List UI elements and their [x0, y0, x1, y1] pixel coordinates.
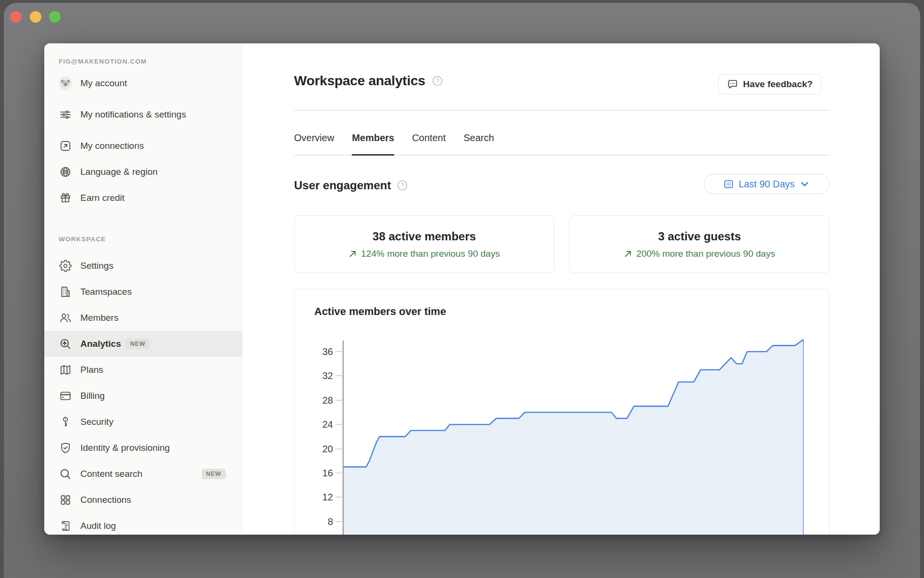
sidebar-item-analytics[interactable]: AnalyticsNEW	[44, 331, 242, 357]
sidebar-item-my-notifications-settings[interactable]: My notifications & settings	[44, 96, 242, 133]
tab-search[interactable]: Search	[463, 128, 494, 156]
arrow-out-box-icon	[59, 139, 72, 153]
sidebar-item-label: Language & region	[80, 166, 197, 178]
y-tick-label-24: 24	[304, 419, 333, 430]
credit-card-icon	[59, 389, 72, 403]
sidebar-item-label: My notifications & settings	[80, 109, 197, 120]
sidebar-item-billing[interactable]: Billing	[44, 383, 242, 409]
y-tick-mark	[335, 351, 342, 352]
sidebar-item-label: Content search	[80, 468, 197, 480]
settings-sidebar: FIG@MAKENOTION.COM My accountMy notifica…	[44, 43, 243, 535]
sidebar-item-identity-provisioning[interactable]: Identity & provisioning	[44, 435, 242, 461]
have-feedback-label: Have feedback?	[743, 79, 813, 90]
map-icon	[59, 363, 72, 377]
sidebar-item-settings[interactable]: Settings	[44, 253, 242, 279]
y-tick-mark	[335, 521, 342, 522]
sidebar-item-teamspaces[interactable]: Teamspaces	[44, 279, 242, 305]
y-tick-label-8: 8	[304, 516, 333, 527]
workspace-section-label: WORKSPACE	[44, 232, 242, 247]
title-divider	[294, 110, 830, 111]
y-tick-label-12: 12	[304, 492, 333, 503]
svg-text:?: ?	[401, 182, 404, 189]
tab-overview[interactable]: Overview	[294, 128, 334, 156]
sidebar-item-plans[interactable]: Plans	[44, 357, 242, 383]
building-icon	[59, 285, 72, 299]
y-tick-mark	[335, 400, 342, 401]
y-tick-mark	[335, 473, 342, 473]
sidebar-item-label: Plans	[80, 364, 197, 376]
y-tick-mark	[335, 497, 342, 498]
chevron-down-icon	[799, 179, 810, 189]
trend-up-arrow-icon	[348, 250, 357, 258]
avatar-koala	[59, 77, 72, 90]
sidebar-item-connections[interactable]: Connections	[44, 487, 242, 513]
sidebar-item-label: Billing	[80, 390, 197, 402]
minimize-window-button[interactable]	[30, 11, 41, 23]
zoom-window-button[interactable]	[49, 11, 61, 23]
shield-check-icon	[59, 441, 72, 455]
engagement-help-icon[interactable]: ?	[397, 180, 408, 191]
app-window: FIG@MAKENOTION.COM My accountMy notifica…	[4, 3, 920, 578]
sidebar-item-label: My connections	[80, 140, 197, 152]
date-range-dropdown[interactable]: Last 90 Days	[704, 174, 830, 194]
account-menu: My accountMy notifications & settingsMy …	[44, 70, 242, 211]
sliders-icon	[59, 108, 72, 121]
stat-card-3-active-guests: 3 active guests200% more than previous 9…	[569, 215, 830, 273]
y-tick-label-32: 32	[304, 370, 333, 381]
stat-delta: 124% more than previous 90 days	[348, 249, 500, 259]
active-members-area-chart	[344, 333, 804, 535]
user-engagement-heading: User engagement	[294, 179, 391, 192]
sidebar-item-label: Members	[80, 312, 197, 324]
y-tick-mark	[335, 375, 342, 376]
magnifier-icon	[59, 467, 72, 481]
key-icon	[59, 415, 72, 429]
close-window-button[interactable]	[10, 11, 22, 23]
chart-area-fill	[344, 340, 804, 535]
sidebar-item-label: Analytics	[80, 338, 121, 350]
page-title: Workspace analytics	[294, 73, 425, 89]
y-tick-label-16: 16	[304, 468, 333, 479]
speech-bubble-icon	[727, 79, 738, 90]
grid-icon	[59, 493, 72, 507]
tab-content[interactable]: Content	[412, 128, 446, 156]
people-icon	[59, 311, 72, 325]
new-badge: NEW	[126, 339, 150, 349]
sidebar-item-label: Identity & provisioning	[80, 442, 197, 454]
tab-members[interactable]: Members	[352, 128, 394, 156]
stat-delta: 200% more than previous 90 days	[624, 249, 775, 259]
stat-value: 38 active members	[372, 230, 476, 243]
help-icon[interactable]: ?	[432, 76, 443, 86]
settings-dialog: FIG@MAKENOTION.COM My accountMy notifica…	[44, 43, 880, 535]
calendar-icon	[723, 179, 734, 189]
sidebar-item-language-region[interactable]: Language & region	[44, 159, 242, 185]
sidebar-item-label: Teamspaces	[80, 286, 197, 298]
scroll-icon	[59, 519, 72, 533]
trend-up-arrow-icon	[624, 250, 632, 258]
sidebar-item-my-connections[interactable]: My connections	[44, 133, 242, 159]
avatar	[59, 76, 72, 91]
account-email-label: FIG@MAKENOTION.COM	[44, 57, 242, 66]
sidebar-item-audit-log[interactable]: Audit log	[44, 513, 242, 535]
svg-text:?: ?	[436, 78, 439, 84]
workspace-menu: SettingsTeamspacesMembersAnalyticsNEWPla…	[44, 253, 242, 535]
sidebar-item-label: Security	[80, 416, 197, 428]
sidebar-item-label: My account	[80, 78, 197, 89]
date-range-label: Last 90 Days	[739, 179, 795, 190]
gift-icon	[59, 191, 72, 205]
sidebar-item-label: Settings	[80, 260, 197, 272]
sidebar-item-label: Connections	[80, 494, 197, 506]
y-tick-label-36: 36	[304, 346, 333, 357]
y-tick-mark	[335, 448, 342, 449]
have-feedback-button[interactable]: Have feedback?	[718, 74, 821, 94]
globe-icon	[59, 165, 72, 179]
stat-card-38-active-members: 38 active members124% more than previous…	[294, 215, 554, 273]
magnifier-sparkle-icon	[59, 337, 72, 351]
sidebar-item-my-account[interactable]: My account	[44, 70, 242, 96]
sidebar-item-label: Earn credit	[80, 192, 197, 204]
sidebar-item-earn-credit[interactable]: Earn credit	[44, 185, 242, 211]
sidebar-item-members[interactable]: Members	[44, 305, 242, 331]
stat-value: 3 active guests	[658, 230, 741, 243]
analytics-tabs: OverviewMembersContentSearch	[294, 128, 494, 156]
sidebar-item-content-search[interactable]: Content searchNEW	[44, 461, 242, 487]
sidebar-item-security[interactable]: Security	[44, 409, 242, 435]
